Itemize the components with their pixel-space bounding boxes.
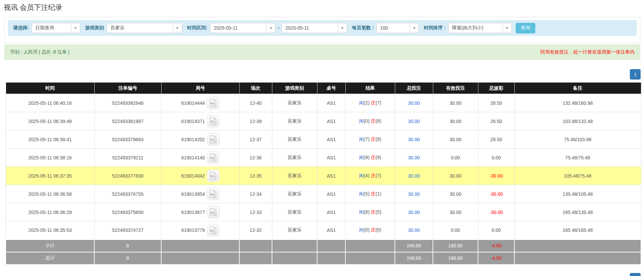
valid-bet-cell: 180.00 <box>433 252 478 265</box>
video-file-icon <box>209 208 217 216</box>
time-cell: 2025-05-11 06:39:48 <box>6 112 94 130</box>
total-bet-cell: 30.00 <box>395 112 433 130</box>
total-bet-cell: 30.00 <box>395 149 433 167</box>
round-id: 619014371 <box>181 119 205 124</box>
column-header: 时间 <box>6 83 94 94</box>
page-size-select[interactable]: 100 <box>376 23 419 33</box>
player-label: 闲 <box>359 118 364 124</box>
page-1-button[interactable]: 1 <box>630 273 641 276</box>
bet-id-cell: 522493376755 <box>94 185 161 203</box>
bet-records-table: 时间注单编号局号场次游戏类别桌号结果总投注有效投注总派彩备注 2025-05-1… <box>5 82 641 265</box>
chevron-down-icon[interactable] <box>338 23 347 33</box>
sort-label: 时间排序 : <box>424 25 446 31</box>
valid-bet-cell: 30.00 <box>433 130 478 149</box>
total-bet-link[interactable]: 30.00 <box>408 173 420 179</box>
player-label: 闲 <box>359 173 364 178</box>
video-file-icon <box>209 190 217 198</box>
game-type-label: 游戏类别 <box>85 25 104 31</box>
total-bet-cell: 240.00 <box>395 240 433 252</box>
time-cell: 2025-05-11 06:37:35 <box>6 167 94 185</box>
table-row: 2025-05-11 06:38:41522493379883619014202… <box>6 130 641 149</box>
table-row: 2025-05-11 06:39:48522493381987619014371… <box>6 112 641 130</box>
column-header: 局号 <box>161 83 239 94</box>
result-empty-cell <box>345 252 395 265</box>
result-cell: 闲(9) 庄(9) <box>345 149 395 167</box>
video-replay-button[interactable] <box>207 115 219 127</box>
choose-label: 请选择: <box>13 25 29 31</box>
session-cell: 12-32 <box>239 221 272 240</box>
payout-cell: -4.50 <box>478 240 514 252</box>
bet-id-cell: 522493374727 <box>94 221 161 240</box>
video-replay-button[interactable] <box>207 206 219 218</box>
count-cell: 8 <box>94 252 161 265</box>
table-row: 2025-05-11 06:36:58522493376755619013954… <box>6 185 641 203</box>
page-1-button[interactable]: 1 <box>630 69 641 80</box>
payout-cell: 28.50 <box>478 130 514 149</box>
date-from-select[interactable]: 2025-05-11 <box>210 23 275 33</box>
round-id-cell: 619014140 <box>161 149 239 167</box>
payout-cell: -30.00 <box>478 167 514 185</box>
total-bet-cell: 30.00 <box>395 167 433 185</box>
table-no-cell: AS1 <box>317 167 345 185</box>
valid-bet-cell: 30.00 <box>433 167 478 185</box>
valid-bet-cell: 30.00 <box>433 94 478 112</box>
video-replay-button[interactable] <box>207 151 219 164</box>
note-empty-cell <box>514 252 641 265</box>
total-bet-link[interactable]: 30.00 <box>408 210 420 215</box>
chevron-down-icon[interactable] <box>266 23 275 33</box>
total-bet-link[interactable]: 30.00 <box>408 191 420 197</box>
player-score: (7) <box>364 136 371 142</box>
total-bet-link[interactable]: 30.00 <box>408 227 420 233</box>
page-title: 视讯 会员下注纪录 <box>4 3 644 12</box>
session-cell: 12-35 <box>239 167 272 185</box>
game-type-cell: 百家乐 <box>272 94 317 112</box>
result-empty-cell <box>345 240 395 252</box>
player-label: 闲 <box>359 191 364 196</box>
game-type-cell: 百家乐 <box>272 167 317 185</box>
total-bet-link[interactable]: 30.00 <box>408 100 420 106</box>
summary-label-cell: 总计 <box>6 252 94 265</box>
chevron-down-icon[interactable] <box>71 23 80 33</box>
game-type-cell: 百家乐 <box>272 203 317 221</box>
round-id-cell: 619014444 <box>161 94 239 112</box>
search-button[interactable]: 查询 <box>516 23 535 33</box>
time-cell: 2025-05-11 06:38:41 <box>6 130 94 149</box>
table-no-cell: AS1 <box>317 203 345 221</box>
video-replay-button[interactable] <box>207 170 219 182</box>
session-cell: 12-39 <box>239 112 272 130</box>
choose-select[interactable]: 日期查询 <box>32 23 80 33</box>
banker-score: (9) <box>375 136 381 142</box>
video-file-icon <box>209 226 217 235</box>
video-replay-button[interactable] <box>207 97 219 109</box>
session-cell: 12-34 <box>239 185 272 203</box>
round-id: 619013954 <box>181 191 205 197</box>
player-score: (0) <box>364 118 371 124</box>
banker-score: (9) <box>375 155 381 160</box>
table-no-empty-cell <box>317 252 345 265</box>
video-replay-button[interactable] <box>207 224 219 237</box>
column-header: 总投注 <box>395 83 433 94</box>
game-type-select[interactable]: 百家乐 <box>107 23 182 33</box>
video-replay-button[interactable] <box>207 133 219 146</box>
table-row: 2025-05-11 06:36:29522493375850619013877… <box>6 203 641 221</box>
table-no-cell: AS1 <box>317 112 345 130</box>
total-bet-link[interactable]: 30.00 <box>408 137 420 142</box>
total-bet-link[interactable]: 30.00 <box>408 119 420 124</box>
sort-select[interactable]: 降冪(由大到小) <box>448 23 512 33</box>
chevron-down-icon[interactable] <box>173 23 182 33</box>
chevron-down-icon[interactable] <box>503 23 511 33</box>
total-bet-link[interactable]: 30.00 <box>408 155 420 160</box>
result-cell: 闲(8) 庄(5) <box>345 203 395 221</box>
column-header: 总派彩 <box>478 83 514 94</box>
round-id-empty-cell <box>161 252 239 265</box>
round-id-cell: 619013877 <box>161 203 239 221</box>
bet-id-cell: 522493377830 <box>94 167 161 185</box>
banker-label: 庄 <box>371 100 375 105</box>
date-to-select[interactable]: 2025-05-11 <box>282 23 347 33</box>
player-score: (0) <box>364 227 371 233</box>
result-cell: 闲(2) 庄(7) <box>345 94 395 112</box>
session-cell: 12-36 <box>239 149 272 167</box>
video-replay-button[interactable] <box>207 188 219 200</box>
chevron-down-icon[interactable] <box>410 23 418 33</box>
bet-id-cell: 522493379883 <box>94 130 161 149</box>
